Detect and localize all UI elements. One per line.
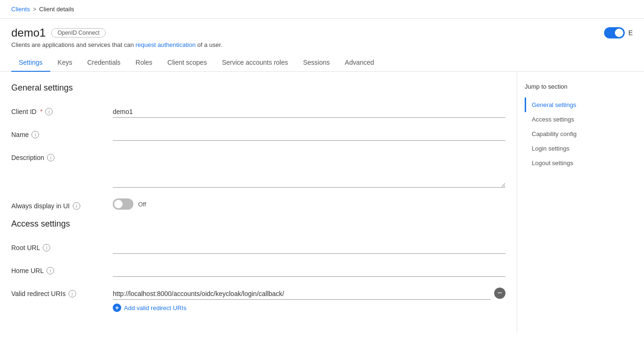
valid-redirect-info-icon[interactable]: i: [69, 290, 76, 297]
add-redirect-plus-icon: +: [113, 304, 121, 312]
client-id-label: Client ID * i: [11, 104, 105, 115]
main-layout: General settings Client ID * i Name i: [0, 72, 644, 333]
client-id-row: Client ID * i: [11, 104, 505, 118]
tabs-bar: Settings Keys Credentials Roles Client s…: [0, 54, 644, 72]
root-url-row: Root URL i: [11, 240, 505, 254]
add-redirect-link[interactable]: + Add valid redirect URIs: [113, 304, 505, 312]
breadcrumb-clients[interactable]: Clients: [11, 6, 30, 13]
page-title: demo1: [11, 26, 46, 39]
description-label: Description i: [11, 150, 105, 161]
home-url-input[interactable]: [113, 263, 505, 277]
valid-redirect-input[interactable]: [113, 286, 490, 300]
client-id-control: [113, 104, 505, 118]
minus-icon: −: [497, 289, 503, 297]
home-url-row: Home URL i: [11, 263, 505, 277]
name-label: Name i: [11, 127, 105, 138]
enabled-toggle[interactable]: [604, 27, 625, 38]
always-display-off-label: Off: [138, 201, 146, 208]
tab-advanced[interactable]: Advanced: [337, 54, 381, 72]
tab-settings[interactable]: Settings: [11, 54, 50, 72]
description-input[interactable]: [113, 150, 505, 188]
breadcrumb: Clients > Client details: [11, 6, 74, 13]
home-url-info-icon[interactable]: i: [47, 267, 54, 274]
name-row: Name i: [11, 127, 505, 141]
page-header: demo1 OpenID Connect E Clients are appli…: [0, 19, 644, 48]
breadcrumb-separator: >: [33, 6, 37, 13]
tab-client-scopes[interactable]: Client scopes: [160, 54, 214, 72]
jump-title: Jump to section: [525, 83, 631, 90]
name-control: [113, 127, 505, 141]
client-id-info-icon[interactable]: i: [45, 108, 53, 115]
always-display-control: Off: [113, 198, 505, 210]
tab-keys[interactable]: Keys: [50, 54, 80, 72]
jump-logout-settings[interactable]: Logout settings: [525, 156, 631, 170]
client-id-input[interactable]: [113, 104, 505, 118]
root-url-input[interactable]: [113, 240, 505, 254]
description-link[interactable]: request authentication: [135, 41, 195, 48]
right-sidebar: Jump to section General settings Access …: [517, 72, 639, 333]
root-url-label: Root URL i: [11, 240, 105, 251]
oidc-badge: OpenID Connect: [51, 28, 105, 38]
home-url-control: [113, 263, 505, 277]
tab-sessions[interactable]: Sessions: [295, 54, 337, 72]
description-control: [113, 150, 505, 189]
root-url-control: [113, 240, 505, 254]
jump-access-settings[interactable]: Access settings: [525, 112, 631, 127]
general-settings-title: General settings: [11, 83, 505, 93]
top-bar: Clients > Client details: [0, 0, 644, 19]
description-info-icon[interactable]: i: [47, 154, 54, 161]
remove-redirect-button[interactable]: −: [494, 288, 505, 299]
always-display-row: Always display in UI i Off: [11, 198, 505, 210]
tab-credentials[interactable]: Credentials: [80, 54, 128, 72]
jump-login-settings[interactable]: Login settings: [525, 141, 631, 156]
tab-roles[interactable]: Roles: [128, 54, 160, 72]
jump-general-settings[interactable]: General settings: [525, 98, 631, 112]
add-redirect-label: Add valid redirect URIs: [124, 304, 186, 311]
breadcrumb-current: Client details: [39, 6, 74, 13]
name-input[interactable]: [113, 127, 505, 141]
valid-redirect-label: Valid redirect URIs i: [11, 286, 105, 297]
always-display-info-icon[interactable]: i: [73, 202, 80, 210]
always-display-toggle[interactable]: [113, 198, 133, 210]
home-url-label: Home URL i: [11, 263, 105, 274]
root-url-info-icon[interactable]: i: [43, 244, 50, 251]
jump-capability-config[interactable]: Capability config: [525, 127, 631, 141]
name-info-icon[interactable]: i: [31, 131, 39, 138]
valid-redirect-row: Valid redirect URIs i − + Add valid redi…: [11, 286, 505, 312]
enabled-label: E: [628, 29, 633, 37]
always-display-label: Always display in UI i: [11, 198, 105, 210]
form-area: General settings Client ID * i Name i: [0, 72, 517, 333]
description-row: Description i: [11, 150, 505, 189]
valid-redirect-control: − + Add valid redirect URIs: [113, 286, 505, 312]
client-id-required: *: [40, 108, 43, 115]
redirect-uri-row: −: [113, 286, 505, 300]
tab-service-accounts-roles[interactable]: Service accounts roles: [214, 54, 295, 72]
access-settings-title: Access settings: [11, 219, 505, 229]
page-description: Clients are applications and services th…: [11, 41, 633, 48]
